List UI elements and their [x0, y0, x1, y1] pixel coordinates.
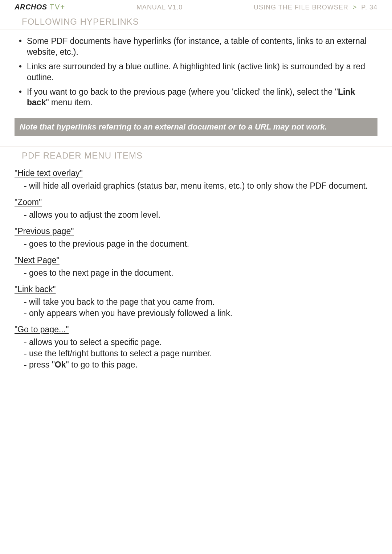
note-callout: Note that hyperlinks referring to an ext…: [15, 118, 377, 136]
list-item: - use the left/right buttons to select a…: [24, 348, 377, 359]
list-item: - allows you to select a specific page.: [24, 337, 377, 348]
text: If you want to go back to the previous p…: [27, 87, 338, 97]
list-item: - allows you to adjust the zoom level.: [24, 209, 377, 221]
menu-term-zoom: "Zoom": [15, 197, 377, 207]
list-item: If you want to go back to the previous p…: [17, 87, 375, 108]
brand-tv: TV+: [47, 3, 65, 11]
menu-desc-list: - allows you to adjust the zoom level.: [15, 209, 377, 221]
menu-term-go-to-page: "Go to page...": [15, 325, 377, 335]
breadcrumb: USING THE FILE BROWSER > P. 34: [254, 4, 377, 11]
list-item: - will take you back to the page that yo…: [24, 296, 377, 308]
text-bold: Ok: [55, 360, 66, 369]
menu-desc-list: - allows you to select a specific page. …: [15, 337, 377, 370]
text: " menu item.: [46, 98, 92, 107]
section-heading-menu-items: PDF READER MENU ITEMS: [0, 147, 392, 163]
menu-term-hide-overlay: "Hide text overlay": [15, 168, 377, 178]
chevron-right-icon: >: [353, 4, 357, 11]
text: " to go to this page.: [66, 360, 138, 369]
list-item: Links are surrounded by a blue outline. …: [17, 61, 375, 83]
list-item: - only appears when you have previously …: [24, 308, 377, 319]
list-item: - goes to the previous page in the docum…: [24, 238, 377, 250]
manual-version: MANUAL V1.0: [136, 4, 183, 11]
menu-desc-list: - goes to the previous page in the docum…: [15, 238, 377, 250]
hyperlinks-bullet-list: Some PDF documents have hyperlinks (for …: [15, 34, 377, 117]
menu-term-previous-page: "Previous page": [15, 226, 377, 236]
menu-term-link-back: "Link back": [15, 284, 377, 294]
menu-desc-list: - will take you back to the page that yo…: [15, 296, 377, 319]
list-item: - press "Ok" to go to this page.: [24, 359, 377, 370]
menu-desc-list: - will hide all overlaid graphics (statu…: [15, 180, 377, 192]
brand-archos: ARCHOS: [15, 3, 47, 11]
crumb-page: P. 34: [361, 4, 377, 11]
list-item: - goes to the next page in the document.: [24, 267, 377, 279]
section-heading-hyperlinks: FOLLOWING HYPERLINKS: [0, 13, 392, 29]
menu-term-next-page: "Next Page": [15, 255, 377, 265]
text: - press ": [24, 360, 55, 369]
brand-logo: ARCHOS TV+: [15, 3, 65, 11]
crumb-section: USING THE FILE BROWSER: [254, 4, 348, 11]
page-header: ARCHOS TV+ MANUAL V1.0 USING THE FILE BR…: [0, 0, 392, 13]
list-item: Some PDF documents have hyperlinks (for …: [17, 36, 375, 58]
list-item: - will hide all overlaid graphics (statu…: [24, 180, 377, 192]
menu-desc-list: - goes to the next page in the document.: [15, 267, 377, 279]
